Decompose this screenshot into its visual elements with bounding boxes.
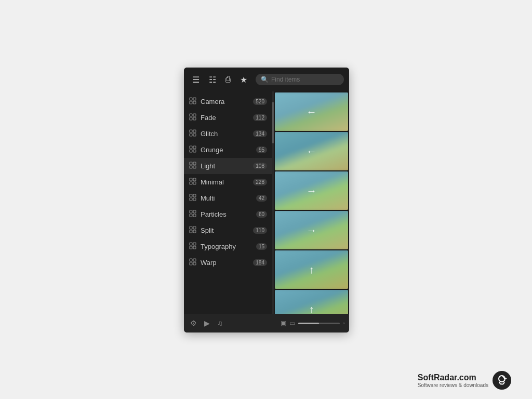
- watermark-text: SoftRadar.com Software reviews & downloa…: [418, 373, 488, 388]
- favorites-icon[interactable]: ★: [237, 73, 250, 87]
- svg-rect-40: [190, 259, 192, 261]
- svg-rect-4: [190, 114, 192, 116]
- category-badge: 60: [256, 211, 267, 218]
- search-bar[interactable]: 🔍: [256, 74, 344, 85]
- category-icon: [189, 113, 196, 122]
- svg-point-44: [499, 376, 505, 382]
- category-badge: 42: [256, 195, 267, 202]
- svg-rect-39: [193, 246, 196, 249]
- category-label: Camera: [201, 98, 249, 105]
- bottom-left-controls: ⚙ ▶ ♫: [188, 318, 225, 328]
- category-item-particles[interactable]: Particles 60: [184, 206, 272, 222]
- category-icon: [189, 194, 196, 203]
- category-label: Split: [201, 227, 249, 234]
- svg-rect-34: [190, 230, 192, 233]
- svg-rect-14: [190, 150, 192, 152]
- category-item-fade[interactable]: Fade 112: [184, 110, 272, 126]
- preview-arrow: ←: [307, 145, 317, 157]
- svg-rect-33: [193, 227, 196, 229]
- category-item-minimal[interactable]: Minimal 228: [184, 174, 272, 190]
- svg-rect-18: [190, 166, 192, 168]
- filter-icon[interactable]: ☰: [189, 73, 203, 87]
- category-label: Minimal: [201, 178, 249, 186]
- play-icon[interactable]: ▶: [202, 318, 212, 328]
- preview-arrow: →: [307, 185, 317, 197]
- svg-rect-16: [190, 162, 192, 165]
- svg-rect-31: [193, 214, 196, 217]
- svg-rect-12: [190, 146, 192, 149]
- scroll-divider: [272, 91, 274, 314]
- category-item-warp[interactable]: Warp 184: [184, 255, 272, 271]
- svg-rect-22: [190, 182, 192, 184]
- category-item-multi[interactable]: Multi 42: [184, 190, 272, 206]
- previews-panel: ← ← → → ↑ ↑: [274, 91, 349, 314]
- svg-rect-27: [193, 198, 196, 201]
- export-icon[interactable]: ⎙: [222, 73, 234, 86]
- svg-rect-13: [193, 146, 196, 149]
- category-label: Warp: [201, 259, 249, 267]
- search-icon: 🔍: [261, 76, 269, 83]
- main-content: Camera 520 Fade 112 Glitch 134: [184, 91, 349, 314]
- category-badge: 520: [253, 98, 267, 105]
- category-item-glitch[interactable]: Glitch 134: [184, 126, 272, 142]
- category-badge: 95: [256, 147, 267, 153]
- category-item-split[interactable]: Split 110: [184, 222, 272, 238]
- svg-rect-2: [190, 101, 192, 104]
- preview-item-2[interactable]: ←: [275, 132, 348, 170]
- list-icon[interactable]: ☷: [206, 73, 219, 87]
- svg-rect-30: [190, 214, 192, 217]
- svg-rect-28: [190, 210, 192, 213]
- category-badge: 112: [253, 114, 267, 121]
- svg-rect-3: [193, 101, 196, 104]
- svg-rect-11: [193, 134, 196, 136]
- watermark-title: SoftRadar.com: [418, 373, 488, 382]
- settings-bottom-icon[interactable]: ⚙: [188, 318, 199, 328]
- playback-progress[interactable]: [298, 323, 340, 324]
- music-icon[interactable]: ♫: [215, 318, 225, 328]
- category-icon: [189, 129, 196, 138]
- svg-rect-0: [190, 98, 192, 100]
- expand-icon[interactable]: ▭: [289, 320, 295, 327]
- category-label: Particles: [201, 210, 252, 218]
- category-badge: 228: [253, 179, 267, 185]
- preview-item-1[interactable]: ←: [275, 92, 348, 131]
- category-badge: 134: [253, 130, 267, 137]
- svg-rect-24: [190, 194, 192, 197]
- fullscreen-icon[interactable]: ▫: [343, 320, 345, 327]
- category-item-grunge[interactable]: Grunge 95: [184, 142, 272, 158]
- preview-item-3[interactable]: →: [275, 171, 348, 210]
- preview-arrow: ↑: [309, 303, 314, 314]
- svg-rect-19: [193, 166, 196, 168]
- category-item-camera[interactable]: Camera 520: [184, 94, 272, 110]
- app-window: ☰ ☷ ⎙ ★ 🔍 Camera 520: [184, 68, 349, 332]
- svg-rect-21: [193, 178, 196, 181]
- preview-arrow: ↑: [309, 264, 314, 276]
- svg-rect-9: [193, 130, 196, 132]
- svg-rect-41: [193, 259, 196, 261]
- svg-rect-20: [190, 178, 192, 181]
- category-icon: [189, 210, 196, 219]
- progress-fill: [298, 323, 319, 324]
- bottom-right-controls: ▣ ▭ ▫: [281, 320, 345, 327]
- category-label: Fade: [201, 114, 249, 122]
- category-item-typography[interactable]: Typography 15: [184, 238, 272, 255]
- svg-rect-42: [190, 262, 192, 265]
- category-icon: [189, 97, 196, 106]
- watermark-icon: [493, 371, 511, 390]
- svg-rect-32: [190, 227, 192, 229]
- svg-rect-23: [193, 182, 196, 184]
- category-badge: 184: [253, 259, 267, 266]
- svg-rect-10: [190, 134, 192, 136]
- scroll-thumb: [272, 102, 274, 143]
- preview-item-4[interactable]: →: [275, 211, 348, 249]
- svg-rect-25: [193, 194, 196, 197]
- preview-item-5[interactable]: ↑: [275, 250, 348, 289]
- fit-icon[interactable]: ▣: [281, 320, 286, 327]
- search-input[interactable]: [271, 76, 339, 83]
- category-label: Glitch: [201, 130, 249, 138]
- svg-rect-5: [193, 114, 196, 116]
- preview-item-6[interactable]: ↑: [275, 290, 348, 314]
- categories-panel: Camera 520 Fade 112 Glitch 134: [184, 91, 272, 314]
- watermark-subtitle: Software reviews & downloads: [418, 382, 488, 388]
- category-item-light[interactable]: Light 108: [184, 158, 272, 174]
